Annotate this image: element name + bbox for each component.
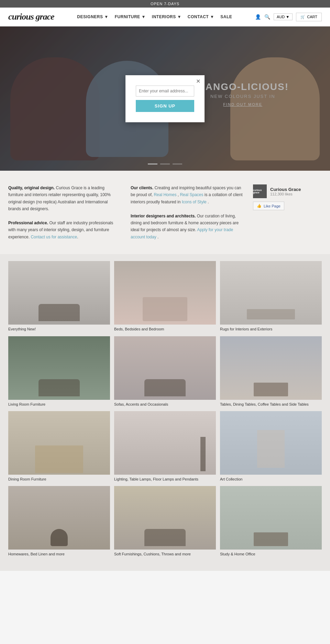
furniture-shape <box>38 304 80 321</box>
category-thumbnail <box>114 411 216 475</box>
info-advice-heading: Professional advice. <box>8 221 48 225</box>
hero-section: MANGO-LICIOUS! NEW COLOURS JUST IN FIND … <box>0 26 330 171</box>
furniture-shape <box>254 383 288 396</box>
furniture-shape <box>254 532 288 546</box>
facebook-widget: curious grace Curious Grace 112,300 like… <box>253 184 322 240</box>
icons-of-style-link[interactable]: Icons of Style <box>182 200 207 204</box>
nav-contact[interactable]: CONTACT ▼ <box>188 14 214 19</box>
real-homes-link[interactable]: Real Homes <box>154 192 176 197</box>
modal-close-button[interactable]: ✕ <box>196 78 200 84</box>
category-item[interactable]: Everything New! <box>8 261 110 332</box>
email-input[interactable] <box>136 86 194 97</box>
category-label: Lighting, Table Lamps, Floor Lamps and P… <box>114 477 216 482</box>
info-quality-heading: Quality, original design. <box>8 185 55 190</box>
category-label: Rugs for Interiors and Exteriors <box>220 327 322 332</box>
main-nav: DESIGNERS ▼ FURNITURE ▼ INTERIORS ▼ CONT… <box>77 14 232 19</box>
header: curious grace DESIGNERS ▼ FURNITURE ▼ IN… <box>0 8 330 26</box>
fb-like-label: Like Page <box>264 204 280 208</box>
cart-label: CART <box>307 15 317 19</box>
category-item[interactable]: Soft Furnishings, Cushions, Throws and m… <box>114 486 216 557</box>
furniture-shape <box>35 445 83 473</box>
category-label: Tables, Dining Tables, Coffee Tables and… <box>220 402 322 407</box>
category-thumbnail <box>220 411 322 475</box>
category-item[interactable]: Tables, Dining Tables, Coffee Tables and… <box>220 336 322 407</box>
top-bar-text: OPEN 7-DAYS <box>151 2 179 6</box>
categories-section: Everything New! Beds, Bedsides and Bedro… <box>0 254 330 571</box>
cart-button[interactable]: 🛒 CART <box>296 13 322 21</box>
furniture-shape <box>51 529 68 546</box>
furniture-shape <box>144 529 186 546</box>
furniture-shape <box>200 437 206 471</box>
category-thumbnail <box>8 336 110 400</box>
logo[interactable]: curious grace <box>8 12 54 22</box>
nav-furniture[interactable]: FURNITURE ▼ <box>115 14 146 19</box>
info-col-2: Our clients. Creating and inspiring beau… <box>131 184 243 240</box>
category-label: Sofas, Accents and Occasionals <box>114 402 216 407</box>
category-label: Living Room Furniture <box>8 402 110 407</box>
fb-likes-count: 112,300 likes <box>270 192 301 196</box>
category-label: Study & Home Office <box>220 552 322 557</box>
info-clients-heading: Our clients. <box>131 185 153 190</box>
category-item[interactable]: Homewares, Bed Linen and more <box>8 486 110 557</box>
category-thumbnail <box>114 261 216 325</box>
category-thumbnail <box>8 486 110 550</box>
cart-icon: 🛒 <box>300 15 305 19</box>
category-item[interactable]: Study & Home Office <box>220 486 322 557</box>
category-item[interactable]: Beds, Bedsides and Bedroom <box>114 261 216 332</box>
fb-header: curious grace Curious Grace 112,300 like… <box>253 184 322 198</box>
signup-button[interactable]: SIGN UP <box>136 100 194 112</box>
category-label: Dining Room Furniture <box>8 477 110 482</box>
categories-grid: Everything New! Beds, Bedsides and Bedro… <box>8 261 322 557</box>
category-thumbnail <box>220 336 322 400</box>
category-thumbnail <box>8 411 110 475</box>
contact-us-link[interactable]: Contact us for assistance <box>31 235 77 239</box>
category-item[interactable]: Lighting, Table Lamps, Floor Lamps and P… <box>114 411 216 482</box>
fb-logo-text: curious grace <box>253 189 267 194</box>
furniture-shape <box>38 379 80 396</box>
category-label: Soft Furnishings, Cushions, Throws and m… <box>114 552 216 557</box>
fb-like-button[interactable]: 👍 Like Page <box>253 202 284 210</box>
info-col-1: Quality, original design. Curious Grace … <box>8 184 120 240</box>
email-modal: ✕ SIGN UP <box>125 75 205 122</box>
category-label: Beds, Bedsides and Bedroom <box>114 327 216 332</box>
furniture-shape <box>247 309 295 319</box>
search-icon[interactable]: 🔍 <box>264 14 270 20</box>
category-thumbnail <box>114 486 216 550</box>
nav-interiors[interactable]: INTERIORS ▼ <box>152 14 182 19</box>
currency-selector[interactable]: AUD ▼ <box>274 13 293 20</box>
category-item[interactable]: Sofas, Accents and Occasionals <box>114 336 216 407</box>
category-thumbnail <box>8 261 110 325</box>
info-section: Quality, original design. Curious Grace … <box>0 171 330 254</box>
category-label: Homewares, Bed Linen and more <box>8 552 110 557</box>
category-thumbnail <box>220 261 322 325</box>
nav-designers[interactable]: DESIGNERS ▼ <box>77 14 108 19</box>
top-bar: OPEN 7-DAYS <box>0 0 330 8</box>
category-thumbnail <box>220 486 322 550</box>
category-label: Everything New! <box>8 327 110 332</box>
category-item[interactable]: Art Collection <box>220 411 322 482</box>
furniture-shape <box>257 430 285 468</box>
furniture-shape <box>144 379 186 396</box>
nav-sale[interactable]: SALE <box>220 14 232 19</box>
category-item[interactable]: Living Room Furniture <box>8 336 110 407</box>
info-designers-heading: Interior designers and architects. <box>131 214 196 218</box>
fb-logo: curious grace <box>253 184 267 198</box>
logo-text: curious grace <box>8 12 54 22</box>
fb-info: Curious Grace 112,300 likes <box>270 187 301 196</box>
header-icons: 👤 🔍 AUD ▼ 🛒 CART <box>255 13 322 21</box>
real-spaces-link[interactable]: Real Spaces <box>180 192 203 197</box>
category-label: Art Collection <box>220 477 322 482</box>
category-item[interactable]: Rugs for Interiors and Exteriors <box>220 261 322 332</box>
modal-overlay: ✕ SIGN UP <box>0 26 330 171</box>
user-icon[interactable]: 👤 <box>255 14 261 20</box>
fb-icon: 👍 <box>257 204 262 208</box>
category-thumbnail <box>114 336 216 400</box>
category-item[interactable]: Dining Room Furniture <box>8 411 110 482</box>
fb-page-name: Curious Grace <box>270 187 301 192</box>
furniture-shape <box>143 297 187 321</box>
